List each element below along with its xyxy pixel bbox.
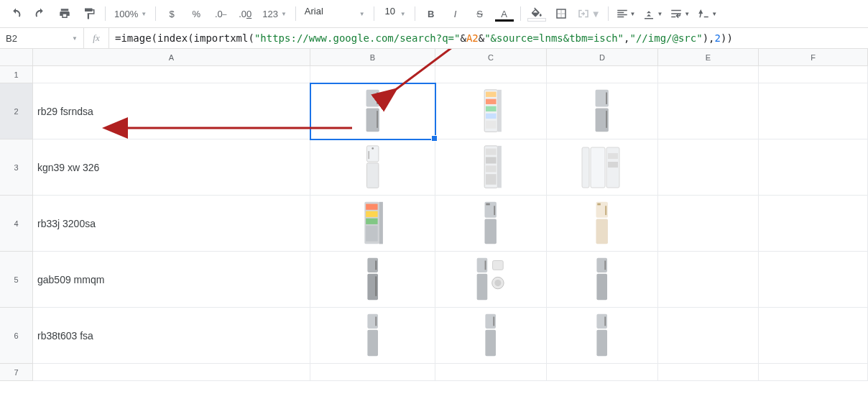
cell-a1[interactable] xyxy=(33,66,310,83)
borders-button[interactable] xyxy=(550,4,573,23)
formula-input[interactable]: =image(index(importxml("https://www.goog… xyxy=(109,32,868,44)
italic-button[interactable]: I xyxy=(444,4,467,23)
zoom-dropdown[interactable]: 100%▼ xyxy=(110,4,151,23)
cell-b3[interactable] xyxy=(310,139,435,196)
cell-e1[interactable] xyxy=(658,66,759,83)
strike-button[interactable]: S xyxy=(468,4,491,23)
svg-rect-25 xyxy=(591,147,605,188)
svg-rect-55 xyxy=(597,273,608,300)
undo-button[interactable] xyxy=(4,4,27,23)
svg-rect-9 xyxy=(486,120,497,128)
cell-e2[interactable] xyxy=(658,83,759,139)
cell-c6[interactable] xyxy=(435,308,547,364)
svg-rect-18 xyxy=(368,151,369,159)
text-color-button[interactable]: A xyxy=(493,4,516,23)
fridge-image xyxy=(363,145,382,191)
col-header-e[interactable]: E xyxy=(658,49,759,66)
font-dropdown[interactable]: Arial▼ xyxy=(300,4,369,23)
row-header-1[interactable]: 1 xyxy=(0,66,33,83)
cell-b5[interactable] xyxy=(310,252,435,308)
cell-d2[interactable] xyxy=(547,83,658,139)
cell-b2[interactable] xyxy=(310,83,435,139)
svg-rect-65 xyxy=(605,316,606,326)
formula-seg: ), xyxy=(703,32,715,44)
cell-f2[interactable] xyxy=(759,83,868,139)
cell-d5[interactable] xyxy=(547,252,658,308)
col-header-b[interactable]: B xyxy=(310,49,435,66)
cell-f3[interactable] xyxy=(759,139,868,196)
svg-rect-61 xyxy=(486,329,497,356)
svg-rect-24 xyxy=(497,145,501,188)
cell-e4[interactable] xyxy=(658,196,759,252)
cell-a5[interactable]: gab509 mmqm xyxy=(33,252,310,308)
row-header-7[interactable]: 7 xyxy=(0,364,33,381)
h-align-button[interactable]: ▼ xyxy=(613,4,639,23)
cell-c5[interactable] xyxy=(435,252,547,308)
formula-seg: "//img/@src" xyxy=(630,32,703,44)
row-header-5[interactable]: 5 xyxy=(0,252,33,308)
cell-e3[interactable] xyxy=(658,139,759,196)
col-header-c[interactable]: C xyxy=(435,49,547,66)
more-formats-dropdown[interactable]: 123▼ xyxy=(258,4,291,23)
cell-c2[interactable] xyxy=(435,83,547,139)
v-align-button[interactable]: ▼ xyxy=(640,4,665,23)
col-header-a[interactable]: A xyxy=(33,49,310,66)
cell-a4[interactable]: rb33j 3200sa xyxy=(33,196,310,252)
cell-b1[interactable] xyxy=(310,66,435,83)
merge-button[interactable]: ▼ xyxy=(574,4,604,23)
cell-d1[interactable] xyxy=(547,66,658,83)
cell-f5[interactable] xyxy=(759,252,868,308)
cell-b7[interactable] xyxy=(310,364,435,381)
svg-rect-64 xyxy=(597,329,608,356)
row-header-3[interactable]: 3 xyxy=(0,139,33,196)
svg-rect-34 xyxy=(366,225,377,241)
increase-decimal-button[interactable]: .00 xyxy=(234,4,257,23)
cell-d7[interactable] xyxy=(547,364,658,381)
formula-seg: A2 xyxy=(466,32,479,44)
cell-c4[interactable] xyxy=(435,196,547,252)
cell-f4[interactable] xyxy=(759,196,868,252)
print-button[interactable] xyxy=(53,4,76,23)
cell-a6[interactable]: rb38t603 fsa xyxy=(33,308,310,364)
rotate-button[interactable]: ▼ xyxy=(694,4,720,23)
select-all-corner[interactable] xyxy=(0,49,33,66)
cell-b4[interactable] xyxy=(310,196,435,252)
wrap-button[interactable]: ▼ xyxy=(667,4,693,23)
cell-e6[interactable] xyxy=(658,308,759,364)
selection-handle[interactable] xyxy=(431,135,438,142)
cell-b6[interactable] xyxy=(310,308,435,364)
cell-c1[interactable] xyxy=(435,66,547,83)
fill-color-button[interactable] xyxy=(525,4,548,23)
cell-e7[interactable] xyxy=(658,364,759,381)
currency-button[interactable]: $ xyxy=(160,4,183,23)
zoom-value: 100% xyxy=(114,9,138,19)
cell-e5[interactable] xyxy=(658,252,759,308)
row-header-4[interactable]: 4 xyxy=(0,196,33,252)
redo-button[interactable] xyxy=(29,4,52,23)
paint-format-button[interactable] xyxy=(78,4,101,23)
cell-a2[interactable]: rb29 fsrndsa xyxy=(33,83,310,139)
decrease-decimal-button[interactable]: .0_ xyxy=(209,4,232,23)
bold-button[interactable]: B xyxy=(420,4,443,23)
cell-f1[interactable] xyxy=(759,66,868,83)
row-header-2[interactable]: 2 xyxy=(0,83,33,139)
formula-seg: 2 xyxy=(715,32,721,44)
cell-c3[interactable] xyxy=(435,139,547,196)
formula-seg: =image(index(importxml( xyxy=(115,32,254,44)
row-header-6[interactable]: 6 xyxy=(0,308,33,364)
cell-a3[interactable]: kgn39 xw 326 xyxy=(33,139,310,196)
fridge-image xyxy=(481,313,500,359)
percent-button[interactable]: % xyxy=(185,4,208,23)
name-box[interactable]: B2▼ xyxy=(0,28,84,48)
svg-rect-31 xyxy=(366,203,377,209)
font-size-dropdown[interactable]: 10▼ xyxy=(379,4,410,23)
cell-f6[interactable] xyxy=(759,308,868,364)
col-header-f[interactable]: F xyxy=(759,49,868,66)
cell-d6[interactable] xyxy=(547,308,658,364)
cell-d4[interactable] xyxy=(547,196,658,252)
cell-f7[interactable] xyxy=(759,364,868,381)
cell-c7[interactable] xyxy=(435,364,547,381)
cell-d3[interactable] xyxy=(547,139,658,196)
cell-a7[interactable] xyxy=(33,364,310,381)
col-header-d[interactable]: D xyxy=(547,49,658,66)
